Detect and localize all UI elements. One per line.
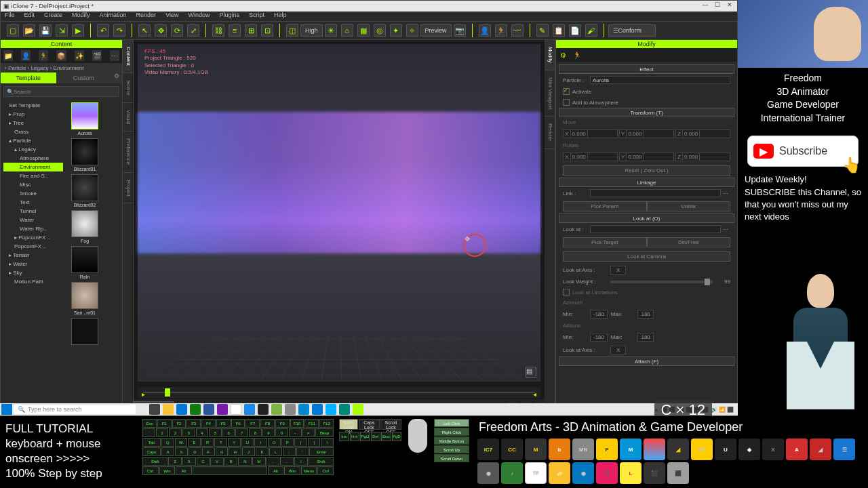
tree-legacy[interactable]: ▴ Legacy bbox=[3, 145, 63, 154]
skype-icon[interactable] bbox=[326, 404, 336, 415]
rot-y[interactable]: Y 0.000 bbox=[619, 152, 674, 161]
char-button[interactable]: 👤 bbox=[479, 24, 491, 37]
tree-smoke[interactable]: Smoke bbox=[3, 189, 63, 198]
app-icon-1[interactable] bbox=[217, 404, 228, 415]
dummy-button[interactable]: ◎ bbox=[374, 24, 386, 37]
select-tool[interactable]: ↖ bbox=[138, 24, 151, 37]
tree-prop[interactable]: ▸ Prop bbox=[3, 110, 63, 119]
modify-tab-settings-icon[interactable]: ⚙ bbox=[560, 52, 566, 59]
menu-plugins[interactable]: Plugins bbox=[220, 12, 240, 21]
lookat-input[interactable] bbox=[590, 225, 721, 233]
tree-motion-path[interactable]: Motion Path bbox=[3, 277, 63, 286]
media-icon[interactable]: 🎬 bbox=[92, 50, 102, 61]
rot-z[interactable]: Z 0.000 bbox=[675, 152, 730, 161]
redo-button[interactable]: ↷ bbox=[113, 24, 125, 37]
tree-grass[interactable]: Grass bbox=[3, 127, 63, 136]
scale-tool[interactable]: ⤢ bbox=[187, 24, 199, 37]
breadcrumb[interactable]: › Particle › Legacy › Environment bbox=[1, 63, 122, 73]
limits-checkbox[interactable] bbox=[563, 289, 570, 296]
side-tab-mini-viewport[interactable]: Mini Viewport bbox=[545, 70, 555, 117]
edge-icon[interactable] bbox=[176, 404, 187, 415]
app-icon-2[interactable] bbox=[244, 404, 255, 415]
tree-water2[interactable]: ▸ Water bbox=[3, 260, 63, 268]
axis-select2[interactable]: X bbox=[610, 346, 626, 354]
pick-target-button[interactable]: Pick Target bbox=[563, 237, 647, 247]
render-button[interactable]: ▶ bbox=[72, 24, 84, 37]
menu-render[interactable]: Render bbox=[136, 12, 157, 21]
look-camera-button[interactable]: Look at Camera bbox=[563, 251, 730, 262]
subscribe-button[interactable]: ▶ Subscribe 👆 bbox=[747, 136, 859, 167]
weight-slider[interactable] bbox=[610, 281, 713, 283]
az-max[interactable]: 180 bbox=[637, 310, 653, 319]
playhead[interactable] bbox=[165, 388, 170, 396]
quality-select[interactable]: High bbox=[300, 24, 323, 37]
app-icon-6[interactable] bbox=[312, 404, 323, 415]
close-button[interactable]: ✕ bbox=[725, 1, 734, 11]
alt-min[interactable]: -180 bbox=[590, 333, 608, 342]
app-icon-3[interactable] bbox=[258, 404, 269, 415]
side-tab-project[interactable]: Project bbox=[123, 173, 133, 204]
menu-help[interactable]: Help bbox=[274, 12, 287, 21]
alt-max[interactable]: 180 bbox=[637, 333, 653, 342]
tree-misc[interactable]: Misc bbox=[3, 180, 63, 189]
menu-script[interactable]: Script bbox=[249, 12, 264, 21]
paste-button[interactable]: 📄 bbox=[569, 24, 581, 37]
tree-terrain[interactable]: ▸ Terrain bbox=[3, 251, 63, 260]
iclone-taskbar-icon[interactable] bbox=[353, 404, 363, 415]
tree-popcorn2[interactable]: PopcornFX .. bbox=[3, 242, 63, 251]
effect-section[interactable]: Effect bbox=[559, 64, 734, 74]
app-icon-7[interactable] bbox=[339, 404, 350, 415]
thumb-aurora[interactable]: Aurora bbox=[68, 102, 101, 136]
snap-tool[interactable]: ⊞ bbox=[245, 24, 257, 37]
preview-select[interactable]: Preview bbox=[420, 24, 452, 37]
tree-tree[interactable]: ▸ Tree bbox=[3, 119, 63, 127]
task-view-icon[interactable] bbox=[149, 404, 160, 415]
tree-text[interactable]: Text bbox=[3, 198, 63, 207]
tree-particle[interactable]: ▴ Particle bbox=[3, 136, 63, 145]
undo-button[interactable]: ↶ bbox=[97, 24, 109, 37]
tree-popcorn1[interactable]: ▸ PopcornFX .. bbox=[3, 233, 63, 242]
rotate-tool[interactable]: ⟳ bbox=[171, 24, 183, 37]
path-button[interactable]: 〰 bbox=[511, 24, 524, 37]
folder-icon[interactable]: 📁 bbox=[3, 50, 13, 61]
transform-section[interactable]: Transform (T) bbox=[559, 108, 734, 117]
tab-custom[interactable]: Custom bbox=[56, 73, 112, 83]
grid-button[interactable]: ▦ bbox=[357, 24, 370, 37]
app-icon-4[interactable] bbox=[271, 404, 282, 415]
fx-button[interactable]: ✧ bbox=[406, 24, 418, 37]
lookat-section[interactable]: Look at (O) bbox=[559, 214, 734, 223]
start-button[interactable] bbox=[1, 404, 12, 415]
align-tool[interactable]: ≡ bbox=[229, 24, 241, 37]
move-y[interactable]: Y 0.000 bbox=[619, 129, 674, 138]
menu-modify[interactable]: Modify bbox=[72, 12, 90, 21]
link-input[interactable] bbox=[590, 189, 721, 197]
export-button[interactable]: ⇲ bbox=[56, 24, 68, 37]
minimize-button[interactable]: — bbox=[701, 1, 710, 11]
camera-button[interactable]: 📷 bbox=[454, 24, 466, 37]
home-button[interactable]: ⌂ bbox=[341, 24, 353, 37]
link-tool[interactable]: ⛓ bbox=[212, 24, 224, 37]
light-button[interactable]: ☀ bbox=[325, 24, 337, 37]
menu-window[interactable]: Window bbox=[188, 12, 210, 21]
tree-water[interactable]: Water bbox=[3, 216, 63, 224]
az-min[interactable]: -180 bbox=[590, 310, 608, 319]
modify-tab-motion-icon[interactable]: 🏃 bbox=[573, 52, 581, 59]
word-icon[interactable] bbox=[203, 404, 214, 415]
thumb-rain[interactable]: Rain bbox=[68, 246, 101, 279]
thumb-blizzard02[interactable]: Blizzard02 bbox=[68, 174, 101, 207]
motion-icon[interactable]: 🏃 bbox=[39, 50, 48, 61]
move-z[interactable]: Z 0.000 bbox=[675, 129, 730, 138]
linkage-section[interactable]: Linkage bbox=[559, 178, 734, 187]
excel-icon[interactable] bbox=[190, 404, 201, 415]
tree-atmosphere[interactable]: Atmosphere bbox=[3, 154, 63, 163]
gizmo-button[interactable]: ✦ bbox=[390, 24, 402, 37]
explorer-icon[interactable] bbox=[163, 404, 174, 415]
brush-button[interactable]: 🖌 bbox=[585, 24, 597, 37]
taskbar-search[interactable]: 🔍 Type here to search bbox=[14, 405, 136, 414]
tab-settings-icon[interactable]: ⚙ bbox=[111, 73, 122, 83]
side-tab-scene[interactable]: Scene bbox=[123, 73, 133, 103]
app-icon-5[interactable] bbox=[285, 404, 296, 415]
open-button[interactable]: 📂 bbox=[23, 24, 35, 37]
maximize-button[interactable]: ☐ bbox=[713, 1, 722, 11]
move-x[interactable]: X 0.000 bbox=[563, 129, 618, 138]
